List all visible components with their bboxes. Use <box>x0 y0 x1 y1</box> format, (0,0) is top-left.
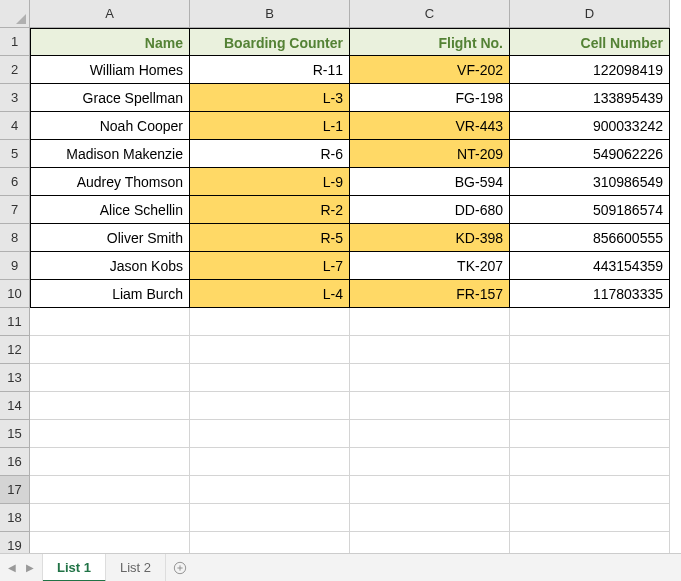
empty-cell[interactable] <box>510 504 670 532</box>
cell-boarding[interactable]: R-11 <box>190 56 350 84</box>
empty-cell[interactable] <box>350 392 510 420</box>
row-header[interactable]: 10 <box>0 280 30 308</box>
row-header[interactable]: 12 <box>0 336 30 364</box>
empty-cell[interactable] <box>30 336 190 364</box>
empty-cell[interactable] <box>510 364 670 392</box>
cell-name[interactable]: Grace Spellman <box>30 84 190 112</box>
cell-boarding[interactable]: L-3 <box>190 84 350 112</box>
cell-boarding[interactable]: L-9 <box>190 168 350 196</box>
empty-cell[interactable] <box>30 504 190 532</box>
cell-name[interactable]: Noah Cooper <box>30 112 190 140</box>
cell-flight[interactable]: VF-202 <box>350 56 510 84</box>
cell-boarding[interactable]: L-1 <box>190 112 350 140</box>
table-header-boarding[interactable]: Boarding Counter <box>190 28 350 56</box>
empty-cell[interactable] <box>30 364 190 392</box>
cell-name[interactable]: Audrey Thomson <box>30 168 190 196</box>
cell-name[interactable]: Liam Burch <box>30 280 190 308</box>
sheet-tab[interactable]: List 2 <box>106 554 166 581</box>
table-header-cell[interactable]: Cell Number <box>510 28 670 56</box>
cell-boarding[interactable]: R-6 <box>190 140 350 168</box>
cell-number[interactable]: 133895439 <box>510 84 670 112</box>
empty-cell[interactable] <box>350 364 510 392</box>
tab-nav-next-icon[interactable]: ▶ <box>26 562 34 573</box>
empty-cell[interactable] <box>510 420 670 448</box>
empty-cell[interactable] <box>510 308 670 336</box>
cell-flight[interactable]: DD-680 <box>350 196 510 224</box>
row-header[interactable]: 15 <box>0 420 30 448</box>
row-header[interactable]: 14 <box>0 392 30 420</box>
row-header[interactable]: 9 <box>0 252 30 280</box>
empty-cell[interactable] <box>30 392 190 420</box>
empty-cell[interactable] <box>510 392 670 420</box>
empty-cell[interactable] <box>30 448 190 476</box>
cell-number[interactable]: 117803335 <box>510 280 670 308</box>
row-header[interactable]: 2 <box>0 56 30 84</box>
row-header[interactable]: 16 <box>0 448 30 476</box>
row-header[interactable]: 11 <box>0 308 30 336</box>
cell-number[interactable]: 549062226 <box>510 140 670 168</box>
empty-cell[interactable] <box>510 336 670 364</box>
row-header[interactable]: 8 <box>0 224 30 252</box>
cell-number[interactable]: 122098419 <box>510 56 670 84</box>
empty-cell[interactable] <box>510 476 670 504</box>
empty-cell[interactable] <box>350 504 510 532</box>
column-header-B[interactable]: B <box>190 0 350 28</box>
table-header-name[interactable]: Name <box>30 28 190 56</box>
cell-name[interactable]: Jason Kobs <box>30 252 190 280</box>
cell-number[interactable]: 443154359 <box>510 252 670 280</box>
row-header[interactable]: 3 <box>0 84 30 112</box>
cell-boarding[interactable]: R-5 <box>190 224 350 252</box>
empty-cell[interactable] <box>190 448 350 476</box>
empty-cell[interactable] <box>350 420 510 448</box>
cell-name[interactable]: Madison Makenzie <box>30 140 190 168</box>
add-sheet-button[interactable] <box>166 554 194 581</box>
cell-number[interactable]: 900033242 <box>510 112 670 140</box>
cell-flight[interactable]: FR-157 <box>350 280 510 308</box>
cell-number[interactable]: 310986549 <box>510 168 670 196</box>
empty-cell[interactable] <box>350 448 510 476</box>
row-header[interactable]: 1 <box>0 28 30 56</box>
empty-cell[interactable] <box>350 476 510 504</box>
empty-cell[interactable] <box>510 448 670 476</box>
row-header[interactable]: 7 <box>0 196 30 224</box>
empty-cell[interactable] <box>190 336 350 364</box>
column-header-C[interactable]: C <box>350 0 510 28</box>
row-header[interactable]: 17 <box>0 476 30 504</box>
cell-flight[interactable]: BG-594 <box>350 168 510 196</box>
empty-cell[interactable] <box>30 476 190 504</box>
cell-name[interactable]: Alice Schellin <box>30 196 190 224</box>
cell-boarding[interactable]: L-7 <box>190 252 350 280</box>
row-header[interactable]: 18 <box>0 504 30 532</box>
table-header-flight[interactable]: Flight No. <box>350 28 510 56</box>
cell-flight[interactable]: NT-209 <box>350 140 510 168</box>
row-header[interactable]: 5 <box>0 140 30 168</box>
empty-cell[interactable] <box>190 308 350 336</box>
cell-boarding[interactable]: L-4 <box>190 280 350 308</box>
cell-number[interactable]: 509186574 <box>510 196 670 224</box>
sheet-tab[interactable]: List 1 <box>43 554 106 581</box>
tab-nav-prev-icon[interactable]: ◀ <box>8 562 16 573</box>
spreadsheet-grid[interactable]: ABCD1NameBoarding CounterFlight No.Cell … <box>0 0 681 560</box>
row-header[interactable]: 4 <box>0 112 30 140</box>
select-all-corner[interactable] <box>0 0 30 28</box>
empty-cell[interactable] <box>190 392 350 420</box>
row-header[interactable]: 6 <box>0 168 30 196</box>
empty-cell[interactable] <box>350 308 510 336</box>
empty-cell[interactable] <box>30 420 190 448</box>
cell-number[interactable]: 856600555 <box>510 224 670 252</box>
cell-flight[interactable]: KD-398 <box>350 224 510 252</box>
row-header[interactable]: 13 <box>0 364 30 392</box>
cell-name[interactable]: Oliver Smith <box>30 224 190 252</box>
column-header-A[interactable]: A <box>30 0 190 28</box>
column-header-D[interactable]: D <box>510 0 670 28</box>
empty-cell[interactable] <box>190 504 350 532</box>
empty-cell[interactable] <box>190 476 350 504</box>
cell-flight[interactable]: TK-207 <box>350 252 510 280</box>
cell-boarding[interactable]: R-2 <box>190 196 350 224</box>
empty-cell[interactable] <box>30 308 190 336</box>
cell-flight[interactable]: FG-198 <box>350 84 510 112</box>
empty-cell[interactable] <box>190 364 350 392</box>
empty-cell[interactable] <box>190 420 350 448</box>
cell-name[interactable]: William Homes <box>30 56 190 84</box>
cell-flight[interactable]: VR-443 <box>350 112 510 140</box>
